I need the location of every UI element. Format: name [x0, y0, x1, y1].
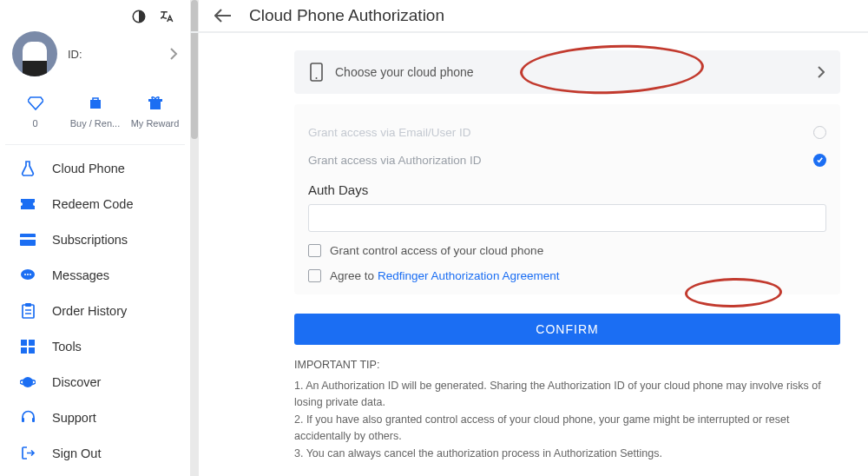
svg-point-16 — [23, 377, 33, 387]
avatar — [12, 31, 57, 76]
svg-point-8 — [27, 274, 29, 275]
svg-rect-2 — [150, 102, 161, 109]
sidebar-item-label: Cloud Phone — [52, 162, 125, 175]
tip-line: 3. You can always cancel the authorizati… — [294, 446, 840, 462]
svg-point-7 — [24, 274, 26, 275]
sign-out-icon — [19, 445, 36, 462]
phone-icon — [310, 63, 323, 82]
sidebar-item-messages[interactable]: Messages — [0, 257, 190, 293]
sidebar-item-redeem-code[interactable]: Redeem Code — [0, 186, 190, 221]
contrast-icon[interactable] — [131, 9, 147, 24]
card-icon — [19, 231, 36, 248]
svg-rect-10 — [23, 305, 34, 318]
sidebar-item-label: Order History — [52, 304, 127, 318]
svg-point-21 — [316, 77, 318, 79]
important-tip-title: IMPORTANT TIP: — [294, 359, 840, 371]
svg-rect-5 — [20, 237, 36, 240]
radio-unchecked-icon — [813, 126, 826, 139]
ticket-icon — [19, 195, 36, 213]
authorization-agreement-link[interactable]: Redfinger Authorization Agreement — [378, 269, 559, 282]
diamonds-button[interactable]: 0 — [7, 94, 64, 129]
agree-prefix: Agree to — [330, 269, 374, 282]
svg-rect-15 — [29, 347, 35, 354]
page-header: Cloud Phone Authorization — [190, 0, 868, 33]
agree-checkbox-row[interactable]: Agree to Redfinger Authorization Agreeme… — [308, 269, 826, 282]
chevron-right-icon — [169, 47, 178, 61]
page-title: Cloud Phone Authorization — [249, 6, 444, 25]
sidebar-item-subscriptions[interactable]: Subscriptions — [0, 221, 190, 257]
language-icon[interactable] — [159, 9, 174, 24]
chat-icon — [19, 267, 36, 284]
quick-actions: 0 Buy / Ren... My Reward — [5, 94, 185, 145]
flask-icon — [19, 160, 36, 177]
gift-icon — [148, 94, 162, 113]
grid-icon — [19, 338, 36, 355]
checkbox-unchecked-icon — [308, 269, 321, 282]
sidebar-nav: Cloud Phone Redeem Code Subscriptions Me… — [0, 150, 190, 471]
svg-rect-1 — [90, 100, 101, 109]
my-reward-button[interactable]: My Reward — [127, 94, 184, 129]
sidebar: ID: 0 Buy / Ren... M — [0, 0, 190, 476]
svg-rect-3 — [148, 99, 162, 102]
planet-icon — [19, 374, 36, 391]
svg-rect-12 — [21, 340, 27, 346]
option-email-user-id[interactable]: Grant access via Email/User ID — [308, 118, 826, 146]
sidebar-item-label: Sign Out — [52, 446, 101, 460]
option-label: Grant access via Email/User ID — [308, 126, 471, 139]
sidebar-item-label: Subscriptions — [52, 233, 128, 247]
radio-checked-icon — [813, 154, 826, 167]
tip-line: 1. An Authorization ID will be generated… — [294, 378, 840, 412]
svg-rect-19 — [32, 418, 35, 422]
buy-renew-label: Buy / Ren... — [70, 118, 120, 129]
auth-days-label: Auth Days — [308, 182, 826, 197]
choose-phone-label: Choose your cloud phone — [335, 65, 474, 79]
choose-phone-row[interactable]: Choose your cloud phone — [294, 50, 840, 94]
sidebar-item-label: Redeem Code — [52, 197, 134, 211]
grant-control-checkbox-row[interactable]: Grant control access of your cloud phone — [308, 244, 826, 257]
important-tips: 1. An Authorization ID will be generated… — [294, 378, 840, 462]
main-panel: Cloud Phone Authorization Choose your cl… — [190, 0, 868, 476]
confirm-button[interactable]: CONFIRM — [294, 314, 840, 345]
grant-control-label: Grant control access of your cloud phone — [330, 244, 543, 257]
sidebar-item-discover[interactable]: Discover — [0, 364, 190, 400]
sidebar-item-label: Support — [52, 411, 96, 425]
sidebar-item-order-history[interactable]: Order History — [0, 293, 190, 328]
sidebar-item-cloud-phone[interactable]: Cloud Phone — [0, 150, 190, 186]
bag-icon — [89, 94, 102, 113]
clipboard-icon — [19, 302, 36, 320]
chevron-right-icon — [817, 66, 825, 78]
back-arrow-icon[interactable] — [214, 9, 232, 23]
option-authorization-id[interactable]: Grant access via Authorization ID — [308, 146, 826, 174]
sidebar-item-label: Tools — [52, 340, 82, 354]
svg-rect-13 — [29, 340, 35, 346]
sidebar-item-tools[interactable]: Tools — [0, 328, 190, 364]
option-label: Grant access via Authorization ID — [308, 154, 482, 167]
sidebar-item-label: Discover — [52, 375, 101, 389]
tip-line: 2. If you have also granted control acce… — [294, 412, 840, 446]
svg-rect-11 — [25, 303, 31, 307]
diamond-icon — [28, 94, 43, 113]
svg-rect-18 — [22, 418, 24, 422]
my-reward-label: My Reward — [131, 118, 180, 129]
svg-point-9 — [30, 274, 31, 275]
headset-icon — [19, 409, 36, 426]
buy-renew-button[interactable]: Buy / Ren... — [67, 94, 124, 129]
user-id-label: ID: — [68, 48, 82, 61]
sidebar-item-support[interactable]: Support — [0, 400, 190, 435]
checkbox-unchecked-icon — [308, 244, 321, 257]
sidebar-item-label: Messages — [52, 268, 109, 282]
auth-days-input[interactable] — [308, 204, 826, 232]
svg-rect-14 — [21, 347, 27, 354]
sidebar-item-sign-out[interactable]: Sign Out — [0, 435, 190, 471]
diamond-count: 0 — [32, 118, 37, 129]
